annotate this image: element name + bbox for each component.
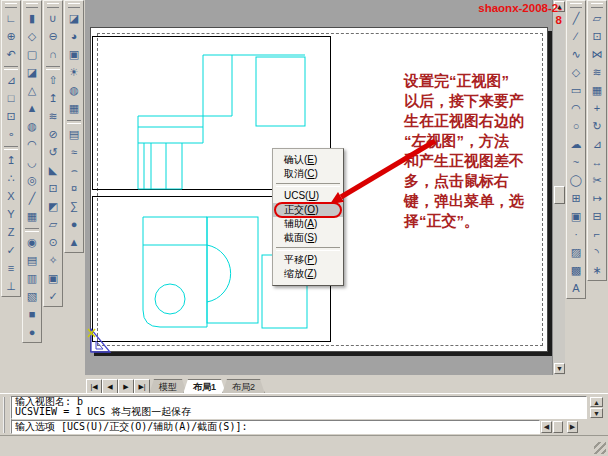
- command-history[interactable]: 输入视图名: bUCSVIEW = 1 UCS 将与视图一起保存: [11, 396, 587, 419]
- toolbar-handle[interactable]: [68, 3, 80, 8]
- ellipse-icon[interactable]: ◯: [568, 172, 584, 190]
- ucs-origin-icon[interactable]: ∘: [3, 126, 19, 144]
- statistics-icon[interactable]: ∑: [66, 198, 82, 216]
- ucs-x-icon[interactable]: X: [3, 188, 19, 206]
- subtract-icon[interactable]: ⊖: [45, 28, 61, 46]
- landscape-icon[interactable]: ⌢: [66, 162, 82, 180]
- menu-item-Z[interactable]: 缩放(Z): [273, 267, 343, 281]
- toolbar-handle[interactable]: [26, 3, 38, 8]
- insert-block-icon[interactable]: ⊞: [568, 190, 584, 208]
- menu-item-A[interactable]: 辅助(A): [273, 217, 343, 231]
- 3d-mesh-icon[interactable]: ▦: [24, 208, 40, 226]
- make-block-icon[interactable]: ▣: [568, 208, 584, 226]
- erase-icon[interactable]: ▱: [589, 10, 605, 28]
- check-icon[interactable]: ✓: [45, 288, 61, 306]
- scene-icon[interactable]: ▣: [66, 46, 82, 64]
- delete-faces-icon[interactable]: ⊘: [45, 126, 61, 144]
- tabulated-surface-icon[interactable]: ▤: [24, 252, 40, 270]
- shaded-box-icon[interactable]: ■: [24, 306, 40, 324]
- hide-icon[interactable]: ◪: [66, 10, 82, 28]
- cone-render-icon[interactable]: ▲: [66, 234, 82, 252]
- ucs-object-icon[interactable]: □: [3, 90, 19, 108]
- trim-icon[interactable]: ✂: [589, 172, 605, 190]
- offset-icon[interactable]: ≋: [589, 64, 605, 82]
- copy-faces-icon[interactable]: ⊡: [45, 180, 61, 198]
- spline-icon[interactable]: ~: [568, 154, 584, 172]
- background-icon[interactable]: ▤: [66, 126, 82, 144]
- tab-模型[interactable]: 模型: [149, 379, 187, 394]
- ucs-z-icon[interactable]: Z: [3, 224, 19, 242]
- sphere-surface-icon[interactable]: ◍: [24, 118, 40, 136]
- edge-icon[interactable]: ╱: [24, 190, 40, 208]
- taper-faces-icon[interactable]: ◣: [45, 162, 61, 180]
- render-icon[interactable]: ◕: [66, 28, 82, 46]
- menu-item-O[interactable]: 正交(O): [273, 203, 343, 217]
- array-icon[interactable]: ▦: [589, 82, 605, 100]
- circle-icon[interactable]: ○: [568, 118, 584, 136]
- rotate-faces-icon[interactable]: ↺: [45, 144, 61, 162]
- ucs-y-icon[interactable]: Y: [3, 206, 19, 224]
- hatch-icon[interactable]: ▨: [568, 244, 584, 262]
- tab-布局2[interactable]: 布局2: [222, 379, 265, 394]
- ucs-view-icon[interactable]: ⊡: [3, 108, 19, 126]
- copy-icon[interactable]: ⊡: [589, 28, 605, 46]
- menu-item-E[interactable]: 确认(E): [273, 153, 343, 167]
- mapping-icon[interactable]: ▦: [66, 100, 82, 118]
- ucs-ortho-icon[interactable]: ⊥: [3, 278, 19, 296]
- canvas-vertical-scrollbar[interactable]: ▲ ▼: [552, 0, 565, 375]
- color-faces-icon[interactable]: ◩: [45, 198, 61, 216]
- material-icon[interactable]: ◍: [66, 82, 82, 100]
- tab-previous-icon[interactable]: ◀: [102, 379, 118, 394]
- dome-icon[interactable]: ◠: [24, 136, 40, 154]
- mirror-icon[interactable]: ⋈: [589, 46, 605, 64]
- region-icon[interactable]: ▩: [568, 262, 584, 280]
- menu-item-P[interactable]: 平移(P): [273, 253, 343, 267]
- render-preferences-icon[interactable]: ¤: [66, 180, 82, 198]
- imprint-icon[interactable]: ⊙: [45, 234, 61, 252]
- rotate-icon[interactable]: ↻: [589, 118, 605, 136]
- edge-surface-icon[interactable]: ▧: [24, 288, 40, 306]
- vertical-scroll-thumb[interactable]: [554, 186, 565, 204]
- tab-first-icon[interactable]: |◀: [86, 379, 102, 394]
- revision-cloud-icon[interactable]: ☁: [568, 136, 584, 154]
- multiline-text-icon[interactable]: A: [568, 280, 584, 298]
- clean-icon[interactable]: ✧: [45, 252, 61, 270]
- ucs-world-icon[interactable]: ⊕: [3, 28, 19, 46]
- explode-icon[interactable]: ∗: [589, 262, 605, 280]
- command-input[interactable]: 输入选项 [UCS(U)/正交(O)/辅助(A)/截面(S)]:: [11, 420, 540, 434]
- revolved-surface-icon[interactable]: ◉: [24, 234, 40, 252]
- scroll-down-icon[interactable]: ▼: [554, 363, 565, 374]
- fog-icon[interactable]: ≈: [66, 144, 82, 162]
- dish-icon[interactable]: ◡: [24, 154, 40, 172]
- polyline-icon[interactable]: ∿: [568, 46, 584, 64]
- box-surface-icon[interactable]: ▢: [24, 46, 40, 64]
- move-icon[interactable]: +: [589, 100, 605, 118]
- ucs-icon[interactable]: ∟: [3, 10, 19, 28]
- torus-surface-icon[interactable]: ◎: [24, 172, 40, 190]
- command-scroll-left-icon[interactable]: ◀: [541, 421, 552, 433]
- line-icon[interactable]: ╱: [568, 10, 584, 28]
- move-faces-icon[interactable]: ↥: [45, 90, 61, 108]
- menu-item-U[interactable]: UCS(U): [273, 189, 343, 203]
- scale-icon[interactable]: ⊿: [589, 136, 605, 154]
- ruled-surface-icon[interactable]: ▥: [24, 270, 40, 288]
- tab-last-icon[interactable]: ▶|: [134, 379, 150, 394]
- menu-item-S[interactable]: 截面(S): [273, 231, 343, 245]
- resize-grip[interactable]: [594, 442, 606, 454]
- ucs-face-icon[interactable]: ⊿: [3, 72, 19, 90]
- 3d-face-icon[interactable]: ◇: [24, 28, 40, 46]
- toolbar-handle[interactable]: [591, 3, 603, 8]
- wedge-surface-icon[interactable]: ◪: [24, 64, 40, 82]
- point-icon[interactable]: ·: [568, 226, 584, 244]
- rectangle-icon[interactable]: ▭: [568, 82, 584, 100]
- toolbar-handle[interactable]: [47, 3, 59, 8]
- command-scroll-up-icon[interactable]: ▲: [590, 397, 603, 407]
- tab-布局1[interactable]: 布局1: [183, 379, 226, 394]
- copy-edges-icon[interactable]: ▱: [45, 216, 61, 234]
- toolbar-handle[interactable]: [5, 3, 17, 8]
- tab-next-icon[interactable]: ▶: [118, 379, 134, 394]
- 2d-solid-icon[interactable]: ▮: [24, 10, 40, 28]
- fillet-icon[interactable]: ◝: [589, 244, 605, 262]
- command-scroll-right-icon[interactable]: ▶: [567, 421, 578, 433]
- ucs-zaxis-icon[interactable]: ↥: [3, 152, 19, 170]
